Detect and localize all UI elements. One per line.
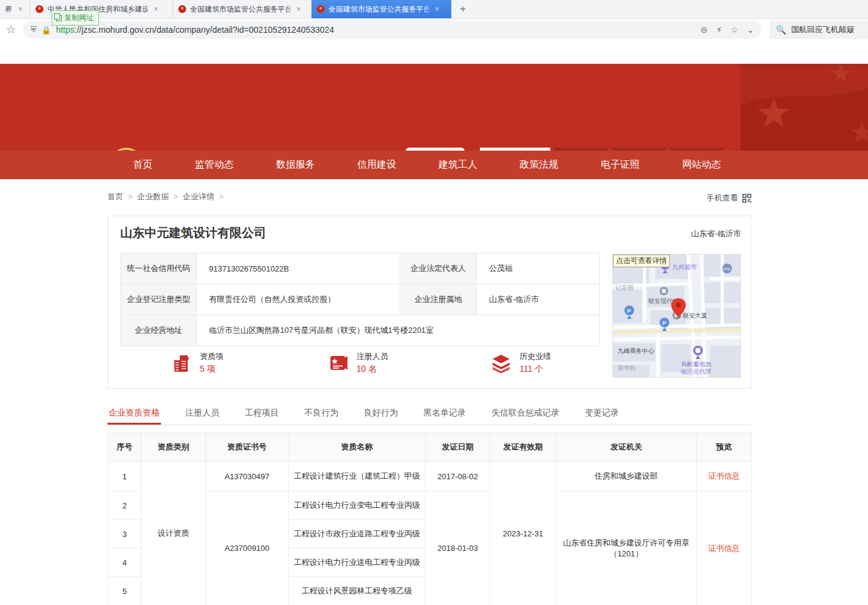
map-label-xinhua: 新华苑	[618, 364, 636, 371]
cell-qual-name: 工程设计建筑行业（建筑工程）甲级	[289, 462, 426, 491]
certificate-info-link[interactable]: 证书信息	[708, 471, 740, 480]
tab-close-icon[interactable]: ×	[154, 5, 158, 13]
breadcrumb-separator: >	[174, 193, 178, 201]
tab-change-records[interactable]: 变更记录	[584, 404, 620, 425]
company-info-table: 统一社会信用代码 91371302675501022B 企业法定代表人 公茂福 …	[120, 253, 600, 346]
stat-value[interactable]: 111 个	[519, 364, 551, 375]
stat-label: 注册人员	[357, 351, 388, 362]
cell-cert-no: A137030497	[206, 462, 289, 491]
building-icon	[172, 353, 192, 373]
nav-item-elicense[interactable]: 电子证照	[601, 159, 640, 171]
emblem-favicon	[178, 5, 186, 13]
stat-label: 历史业绩	[519, 351, 551, 362]
field-value: 91371302675501022B	[197, 253, 400, 284]
tab-bad-behavior[interactable]: 不良行为	[303, 404, 340, 425]
field-value: 山东省-临沂市	[477, 284, 600, 315]
company-name: 山东中元建筑设计有限公司	[120, 225, 266, 241]
main-nav: 首页 监管动态 数据服务 信用建设 建筑工人 政策法规 电子证照 网站动态	[0, 151, 868, 179]
breadcrumb: 首页 > 企业数据 > 企业详情 >	[108, 191, 224, 202]
search-icon: 🔍	[776, 25, 786, 35]
nav-item-workers[interactable]: 建筑工人	[439, 159, 477, 171]
breadcrumb-company-detail[interactable]: 企业详情	[183, 191, 214, 202]
copy-icon	[56, 15, 62, 21]
mobile-view[interactable]: 手机查看	[706, 193, 751, 203]
browser-tab-active[interactable]: 全国建筑市场监管公共服务平台 ×	[312, 0, 451, 18]
shield-icon[interactable]: ⛨	[30, 25, 36, 35]
url-field[interactable]: ⛨ 🔒 https://jzsc.mohurd.gov.cn/data/comp…	[23, 21, 761, 39]
cell-qual-name: 工程设计风景园林工程专项乙级	[289, 577, 426, 605]
stat-value[interactable]: 10 名	[357, 364, 388, 375]
tab-blacklist[interactable]: 黑名单记录	[422, 404, 467, 425]
tab-projects[interactable]: 工程项目	[244, 404, 280, 425]
address-bar: ☆ ⛨ 🔒 https://jzsc.mohurd.gov.cn/data/co…	[0, 19, 868, 40]
field-label: 统一社会信用代码	[121, 253, 197, 284]
browser-window: 界 × 中华人民共和国住房和城乡建设 × 全国建筑市场监管公共服务平台 × 全国…	[0, 0, 868, 605]
copy-url-tooltip[interactable]: 复制网址	[52, 10, 99, 26]
qualification-table: 序号 资质类别 资质证书号 资质名称 发证日期 发证有效期 发证机关 预览 1 …	[108, 432, 752, 605]
nav-item-data-service[interactable]: 数据服务	[276, 159, 315, 171]
cell-qual-name: 工程设计电力行业送电工程专业丙级	[289, 549, 426, 577]
bookmark-star-icon[interactable]: ☆	[6, 23, 16, 36]
map-label-atm: ATM	[723, 267, 730, 271]
stat-label: 资质项	[200, 351, 224, 362]
tab-dishonesty[interactable]: 失信联合惩戒记录	[490, 404, 561, 425]
zoom-out-icon[interactable]: ⊝	[700, 25, 708, 35]
tab-close-icon[interactable]: ×	[18, 5, 22, 13]
tab-registered-personnel[interactable]: 注册人员	[184, 404, 220, 425]
nav-item-home[interactable]: 首页	[133, 159, 152, 171]
stat-history-performance: 历史业绩 111 个	[436, 351, 599, 375]
chevron-down-icon[interactable]: ⌄	[747, 25, 754, 35]
cell-issue-date: 2017-08-02	[426, 462, 490, 491]
url-text[interactable]: https://jzsc.mohurd.gov.cn/data/company/…	[56, 25, 694, 35]
tab-good-behavior[interactable]: 良好行为	[363, 404, 399, 425]
layers-icon	[491, 353, 511, 373]
browser-tab-2[interactable]: 全国建筑市场监管公共服务平台 ×	[173, 0, 312, 18]
tab-qualifications[interactable]: 企业资质资格	[108, 404, 161, 425]
browser-tab-0[interactable]: 界 ×	[0, 0, 30, 18]
field-label: 企业登记注册类型	[121, 284, 197, 315]
cell-no: 1	[108, 462, 142, 491]
svg-text:P: P	[627, 308, 631, 314]
breadcrumb-separator: >	[219, 193, 224, 201]
map-image: 九州超市 ATM 记花园 联安现代城 P P 联安大厦 九峰商务中心 新华苑 风…	[613, 255, 741, 378]
tab-close-icon[interactable]: ×	[435, 5, 439, 13]
quick-search-text: 国航回应飞机颠簸	[791, 24, 855, 35]
lightning-icon[interactable]: ⚡	[716, 25, 722, 35]
qr-code-icon[interactable]	[742, 194, 751, 203]
new-tab-button[interactable]: +	[451, 0, 474, 18]
breadcrumb-home[interactable]: 首页	[108, 191, 123, 202]
map-label-jiufeng: 九峰商务中心	[618, 347, 655, 354]
certificate-info-link[interactable]: 证书信息	[708, 544, 740, 553]
stat-qualifications: 资质项 5 项	[120, 351, 280, 375]
flag-decoration	[740, 64, 868, 151]
lock-icon[interactable]: 🔒	[41, 26, 51, 35]
map-label-supermarket: 九州超市	[672, 264, 697, 270]
emblem-favicon	[316, 5, 325, 13]
cell-authority: 山东省住房和城乡建设厅许可专用章（1201）	[556, 491, 697, 605]
col-header: 发证机关	[556, 433, 697, 462]
cell-qual-name: 工程设计市政行业道路工程专业丙级	[289, 520, 426, 549]
svg-text:P: P	[663, 320, 666, 326]
stat-value[interactable]: 5 项	[200, 364, 224, 375]
nav-item-site-news[interactable]: 网站动态	[682, 159, 721, 171]
emblem-favicon	[35, 5, 44, 13]
map-label-battery2: 临沂总代理	[681, 368, 711, 375]
field-label: 企业注册属地	[400, 284, 477, 315]
browser-quick-search[interactable]: 🔍 国航回应飞机颠簸	[770, 21, 868, 39]
table-row: 企业经营地址 临沂市兰山区陶然路107号星河晶都（联安）现代城1号楼2201室	[121, 315, 600, 346]
tab-close-icon[interactable]: ×	[296, 5, 301, 13]
breadcrumb-separator: >	[128, 193, 132, 201]
location-map[interactable]: 九州超市 ATM 记花园 联安现代城 P P 联安大厦 九峰商务中心 新华苑 风…	[612, 254, 741, 378]
tab-label: 全国建筑市场监管公共服务平台	[329, 4, 429, 15]
cell-no: 2	[108, 491, 142, 520]
company-stats: 资质项 5 项 注册人员 10 名	[120, 351, 599, 375]
field-value: 公茂福	[477, 253, 600, 284]
nav-item-supervision[interactable]: 监管动态	[195, 159, 234, 171]
col-header: 资质证书号	[206, 433, 289, 462]
nav-item-policy[interactable]: 政策法规	[520, 159, 559, 171]
cell-no: 3	[108, 520, 142, 549]
nav-item-credit[interactable]: 信用建设	[357, 159, 396, 171]
breadcrumb-company-data[interactable]: 企业数据	[137, 191, 169, 202]
cell-qual-name: 工程设计电力行业变电工程专业丙级	[289, 491, 426, 520]
favorite-star-icon[interactable]: ☆	[731, 25, 739, 35]
